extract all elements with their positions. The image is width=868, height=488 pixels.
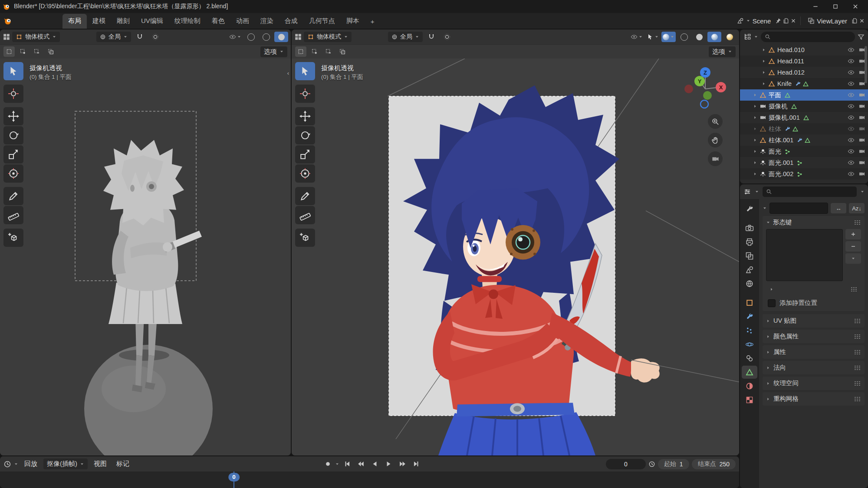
properties-tab[interactable] — [742, 310, 757, 323]
data-icon[interactable] — [784, 92, 791, 98]
viewport-menu[interactable] — [62, 36, 69, 38]
hide-viewport-icon[interactable] — [848, 148, 855, 155]
editor-type-icon[interactable] — [294, 33, 302, 41]
panel-grip[interactable] — [854, 220, 861, 225]
properties-tab[interactable] — [742, 352, 757, 365]
remove-viewlayer-icon[interactable] — [859, 18, 865, 23]
modifier-icon[interactable] — [784, 126, 791, 132]
workspace-tab[interactable]: 建模 — [87, 14, 111, 29]
properties-section[interactable]: 重构网格 — [763, 392, 865, 406]
tool-button[interactable] — [3, 107, 23, 125]
properties-tab[interactable] — [742, 277, 757, 290]
hide-viewport-icon[interactable] — [848, 137, 855, 144]
properties-tab[interactable] — [742, 296, 757, 309]
workspace-tab[interactable]: 合成 — [279, 14, 303, 29]
expand-icon[interactable] — [753, 104, 757, 108]
orientation-dropdown[interactable]: 全局 — [96, 32, 131, 42]
menu-item[interactable] — [47, 19, 56, 23]
playhead[interactable]: 0 — [228, 473, 240, 481]
view-menu[interactable]: 视图 — [90, 459, 110, 469]
outliner-row[interactable]: 平面 — [740, 89, 868, 101]
play-button[interactable] — [382, 459, 395, 470]
select-mode-set[interactable] — [3, 46, 15, 57]
tool-button[interactable] — [3, 85, 23, 103]
unlink-scene-icon[interactable] — [791, 18, 796, 23]
viewport-menu[interactable] — [70, 36, 77, 38]
panel-grip[interactable] — [854, 365, 861, 370]
current-frame-field[interactable]: 0 — [606, 459, 646, 469]
outliner-row[interactable]: 面光.001 — [740, 157, 868, 168]
rest-position-checkbox[interactable] — [768, 299, 776, 307]
workspace-tab[interactable]: 雕刻 — [111, 14, 135, 29]
outliner-row[interactable]: 面光 — [740, 146, 868, 157]
tool-button[interactable] — [295, 85, 315, 103]
gizmos-dropdown[interactable] — [645, 32, 660, 42]
swap-button[interactable]: ↔ — [831, 203, 846, 213]
expand-icon[interactable] — [753, 138, 757, 142]
tool-button[interactable] — [3, 229, 23, 247]
snap-toggle[interactable] — [133, 32, 147, 42]
sidebar-toggle[interactable]: ‹ — [287, 70, 289, 76]
select-mode-subtract[interactable] — [31, 46, 43, 57]
tool-button[interactable] — [295, 164, 315, 183]
viewport-canvas-solid[interactable]: 摄像机透视 (0) 集合 1 | 平面 ‹ — [0, 59, 291, 455]
outliner-row[interactable]: Knife — [740, 78, 868, 89]
viewport-menu[interactable] — [379, 36, 386, 38]
workspace-tab[interactable]: 几何节点 — [303, 14, 341, 29]
hide-viewport-icon[interactable] — [848, 69, 855, 76]
hide-viewport-icon[interactable] — [848, 103, 855, 110]
sort-button[interactable]: Az↓ — [849, 203, 865, 213]
outliner-row[interactable]: Head.012 — [740, 67, 868, 78]
timeline[interactable]: 回放 抠像(插帧) 视图 标记 — [0, 456, 739, 488]
properties-tab[interactable] — [742, 222, 757, 235]
viewlayer-selector[interactable]: ViewLayer — [805, 16, 850, 26]
properties-section[interactable]: 颜色属性 — [763, 330, 865, 343]
shading-material[interactable] — [707, 32, 721, 42]
viewport-menu[interactable] — [362, 36, 369, 38]
hide-viewport-icon[interactable] — [848, 46, 855, 53]
mode-dropdown[interactable]: 物体模式 — [12, 32, 60, 42]
name-input[interactable] — [769, 203, 828, 214]
disable-render-icon[interactable] — [858, 114, 865, 121]
outliner-row[interactable]: 摄像机 — [740, 101, 868, 112]
pin-icon[interactable] — [775, 18, 781, 24]
properties-tab[interactable] — [742, 393, 757, 406]
shape-keys-header[interactable]: 形态键 — [766, 218, 861, 226]
workspace-tab[interactable]: 布局 — [62, 14, 87, 29]
add-shape-key-button[interactable] — [845, 229, 861, 239]
viewport-left[interactable]: 物体模式 全局 — [0, 29, 291, 455]
shading-solid[interactable] — [274, 32, 288, 42]
tool-button[interactable] — [3, 145, 23, 164]
workspace-tab[interactable]: + — [365, 15, 380, 29]
menu-item[interactable] — [12, 19, 21, 23]
data-icon[interactable] — [803, 115, 809, 121]
outliner-row[interactable]: Head.010 — [740, 44, 868, 56]
properties-tab[interactable] — [742, 380, 757, 393]
viewport-canvas-material[interactable]: 摄像机透视 (0) 集合 1 | 平面 Z — [292, 59, 739, 455]
jump-to-start-button[interactable] — [340, 459, 353, 470]
editor-type-icon[interactable] — [3, 33, 10, 41]
use-preview-range-icon[interactable] — [648, 461, 655, 468]
visibility-dropdown[interactable] — [228, 32, 243, 42]
disable-render-icon[interactable] — [858, 92, 865, 98]
hide-viewport-icon[interactable] — [848, 159, 855, 166]
autokey-button[interactable] — [321, 459, 334, 470]
remove-shape-key-button[interactable] — [845, 241, 861, 252]
disable-render-icon[interactable] — [858, 159, 865, 166]
chevron-down-icon[interactable] — [754, 35, 758, 39]
properties-editor[interactable]: ↔ Az↓ 形态键 — [740, 184, 868, 488]
properties-tab[interactable] — [742, 203, 757, 216]
tool-button[interactable] — [295, 126, 315, 144]
workspace-tab[interactable]: 纹理绘制 — [169, 14, 206, 29]
expand-icon[interactable] — [753, 115, 757, 120]
chevron-down-icon[interactable] — [14, 462, 18, 466]
chevron-down-icon[interactable] — [335, 462, 339, 466]
markers-menu[interactable]: 标记 — [113, 459, 133, 469]
data-icon[interactable] — [802, 81, 809, 87]
workspace-tab[interactable]: UV编辑 — [135, 14, 169, 29]
workspace-tab[interactable]: 动画 — [230, 14, 255, 29]
tool-button[interactable] — [295, 206, 315, 224]
outliner-search-input[interactable] — [761, 32, 855, 42]
tool-button[interactable] — [295, 145, 315, 164]
properties-tab[interactable] — [742, 366, 757, 379]
